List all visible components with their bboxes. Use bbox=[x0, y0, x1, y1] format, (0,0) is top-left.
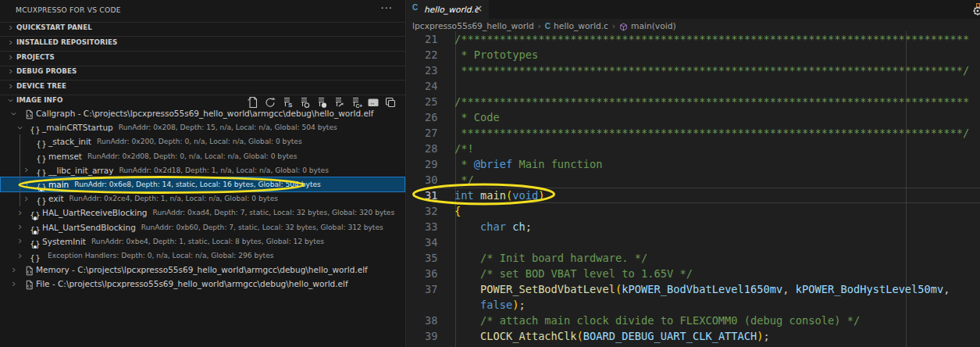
tree-item-description: RunAddr: 0x208, Depth: 15, n/a, Local: n… bbox=[119, 123, 337, 131]
line-number: 27 bbox=[406, 125, 438, 141]
line-number: 36 bbox=[406, 266, 438, 281]
tree-item-text: Exception Handlers: Depth: 0, n/a, Local… bbox=[42, 249, 274, 263]
tree-item-description: RunAddr: 0x200, Depth: 0, n/a, Local: n/… bbox=[97, 138, 302, 145]
breadcrumb-label: hello_world.c bbox=[554, 21, 608, 31]
line-number: 40 bbox=[406, 344, 438, 347]
tree-item-description: RunAddr: 0x2d08, Depth: 0, n/a, Local: n… bbox=[87, 152, 297, 160]
tree-item-label: memset bbox=[48, 152, 82, 161]
section-label: IMAGE INFO bbox=[16, 96, 63, 104]
line-number bbox=[406, 297, 438, 313]
line-number: 38 bbox=[406, 313, 438, 328]
tree-item-systeminit[interactable]: {}SystemInitRunAddr: 0xbe4, Depth: 1, st… bbox=[0, 234, 405, 249]
editor-group: C hello_world.c × bbox=[406, 0, 980, 347]
section-label: DEBUG PROBES bbox=[16, 67, 77, 75]
tree-item-text: _stack_initRunAddr: 0x200, Depth: 0, n/a… bbox=[48, 134, 302, 148]
tree-item-label: SystemInit bbox=[42, 237, 86, 246]
tree-item-file-c-projects-lpcxpresso55s69-hello-world-armgcc-debug-hello-world-elf[interactable]: File - C:\projects\lpcxpresso55s69_hello… bbox=[0, 277, 405, 291]
editor-tab-bar: C hello_world.c × bbox=[406, 0, 980, 19]
tree-item-maincrtstartup[interactable]: {}_mainCRTStartupRunAddr: 0x208, Depth: … bbox=[0, 120, 405, 134]
code-line: * Code bbox=[454, 109, 500, 125]
tree-item-exit[interactable]: {}exitRunAddr: 0x2ce4, Depth: 1, n/a, Lo… bbox=[0, 191, 405, 206]
line-number: 31 bbox=[406, 188, 438, 203]
chevron-right-icon[interactable] bbox=[16, 238, 23, 245]
more-actions-icon[interactable]: ··· bbox=[381, 2, 393, 14]
sidebar-title: MCUXPRESSO FOR VS CODE bbox=[16, 5, 121, 14]
tree-item-text: Callgraph - C:\projects\lpcxpresso55s69_… bbox=[36, 106, 373, 120]
code-line: POWER_SetBodVbatLevel(kPOWER_BodVbatLeve… bbox=[454, 281, 950, 297]
code-line: * Prototypes bbox=[454, 47, 538, 63]
chevron-right-icon bbox=[7, 39, 14, 46]
tree-item-label: __libc_init_array bbox=[48, 166, 113, 175]
file-code-icon bbox=[24, 108, 34, 120]
tree-item-exception-handlers[interactable]: {}Exception Handlers: Depth: 0, n/a, Loc… bbox=[0, 249, 405, 263]
tree-item-label: _mainCRTStartup bbox=[42, 123, 113, 132]
code-area[interactable]: 21/*************************************… bbox=[406, 31, 980, 347]
chevron-down-icon[interactable] bbox=[16, 124, 23, 131]
line-number: 23 bbox=[406, 63, 438, 78]
breadcrumb-item[interactable]: Chello_world.c bbox=[545, 21, 608, 31]
tree-item-text: Memory - C:\projects\lpcxpresso55s69_hel… bbox=[36, 263, 368, 277]
code-line: /***************************************… bbox=[454, 31, 969, 47]
section-header-installed-repositories[interactable]: INSTALLED REPOSITORIES bbox=[0, 36, 405, 51]
chevron-right-icon bbox=[7, 68, 14, 75]
section-header-projects[interactable]: PROJECTS bbox=[0, 51, 405, 66]
tree-item-text: HAL_UartSendBlockingRunAddr: 0xb60, Dept… bbox=[42, 220, 383, 234]
section-label: INSTALLED REPOSITORIES bbox=[16, 38, 117, 46]
tree-item-text: exitRunAddr: 0x2ce4, Depth: 1, n/a, Loca… bbox=[48, 191, 278, 206]
braces-icon: {} bbox=[30, 250, 41, 262]
chevron-right-icon[interactable] bbox=[23, 181, 30, 188]
file-code-icon bbox=[24, 264, 34, 276]
code-line: int main(void) bbox=[454, 188, 544, 203]
tree-item-libc-init-array[interactable]: {}__libc_init_arrayRunAddr: 0x2d18, Dept… bbox=[0, 163, 405, 177]
code-line: /* attach main clock divide to FLEXCOMM0… bbox=[454, 313, 860, 328]
tree-item-label: HAL_UartSendBlocking bbox=[42, 223, 136, 232]
section-label: PROJECTS bbox=[16, 53, 55, 61]
tree-item-hal-uartsendblocking[interactable]: {}HAL_UartSendBlockingRunAddr: 0xb60, De… bbox=[0, 220, 405, 234]
code-line: /***************************************… bbox=[454, 94, 969, 109]
chevron-down-icon[interactable] bbox=[10, 110, 17, 117]
tab-hello-world-c[interactable]: C hello_world.c × bbox=[406, 0, 489, 19]
chevron-right-icon[interactable] bbox=[23, 166, 30, 174]
chevron-right-icon[interactable] bbox=[10, 281, 17, 288]
tree-item-memset[interactable]: {}memsetRunAddr: 0x2d08, Depth: 0, n/a, … bbox=[0, 149, 405, 163]
code-line: { bbox=[454, 203, 461, 219]
chevron-right-icon[interactable] bbox=[16, 224, 23, 231]
c-file-icon: C bbox=[545, 22, 551, 30]
tree-item-text: __libc_init_arrayRunAddr: 0x2d18, Depth:… bbox=[48, 163, 329, 177]
tab-close-icon[interactable]: × bbox=[475, 3, 483, 14]
code-line: false); bbox=[454, 297, 526, 313]
braces-icon: {} bbox=[37, 136, 47, 148]
chevron-right-icon bbox=[7, 54, 14, 61]
chevron-right-icon[interactable] bbox=[10, 267, 17, 274]
tree-item-label: Callgraph - C:\projects\lpcxpresso55s69_… bbox=[36, 109, 373, 118]
section-header-image-info[interactable]: IMAGE INFOSC++↔ bbox=[0, 95, 405, 106]
chevron-right-icon[interactable] bbox=[16, 209, 23, 216]
tree-item-label: HAL_UartReceiveBlocking bbox=[42, 208, 147, 217]
tree-item-hal-uartreceiveblocking[interactable]: {}HAL_UartReceiveBlockingRunAddr: 0xad4,… bbox=[0, 206, 405, 220]
tree-item-text: mainRunAddr: 0x6e8, Depth: 14, static, L… bbox=[48, 177, 321, 191]
code-line: /* Init board hardware. */ bbox=[454, 250, 647, 266]
section-header-quickstart-panel[interactable]: QUICKSTART PANEL bbox=[0, 22, 405, 37]
chevron-right-icon[interactable] bbox=[16, 252, 23, 259]
line-number: 32 bbox=[406, 203, 438, 219]
build-gear-icon[interactable] bbox=[971, 2, 980, 16]
tree-item-stack-init[interactable]: {}_stack_initRunAddr: 0x200, Depth: 0, n… bbox=[0, 134, 405, 148]
braces-icon: {} bbox=[37, 164, 47, 176]
chevron-right-icon[interactable] bbox=[23, 195, 30, 202]
vscode-window: MCUXPRESSO FOR VS CODE ··· QUICKSTART PA… bbox=[0, 0, 980, 347]
breadcrumb-label: main(void) bbox=[631, 21, 676, 31]
breadcrumb-item[interactable]: lpcxpresso55s69_hello_world bbox=[412, 21, 534, 31]
code-line: char ch; bbox=[454, 219, 532, 234]
code-line: /*! bbox=[454, 141, 474, 156]
function-braces-dot-icon: {} bbox=[30, 221, 41, 233]
tree-item-text: SystemInitRunAddr: 0xbe4, Depth: 1, stat… bbox=[42, 234, 324, 249]
section-header-device-tree[interactable]: DEVICE TREE bbox=[0, 80, 405, 95]
tree-item-text: File - C:\projects\lpcxpresso55s69_hello… bbox=[36, 277, 348, 291]
tree-item-callgraph-c-projects-lpcxpresso55s69-hello-world-armgcc-debug-hello-world-elf[interactable]: Callgraph - C:\projects\lpcxpresso55s69_… bbox=[0, 106, 405, 120]
tree-item-memory-c-projects-lpcxpresso55s69-hello-world-armgcc-debug-hello-world-elf[interactable]: Memory - C:\projects\lpcxpresso55s69_hel… bbox=[0, 263, 405, 277]
chevron-right-icon bbox=[7, 83, 14, 90]
section-header-debug-probes[interactable]: DEBUG PROBES bbox=[0, 66, 405, 80]
tree-item-description: RunAddr: 0xbe4, Depth: 1, static, Local:… bbox=[91, 238, 324, 245]
file-code-icon bbox=[24, 278, 34, 290]
tree-item-main[interactable]: {}mainRunAddr: 0x6e8, Depth: 14, static,… bbox=[0, 177, 405, 191]
